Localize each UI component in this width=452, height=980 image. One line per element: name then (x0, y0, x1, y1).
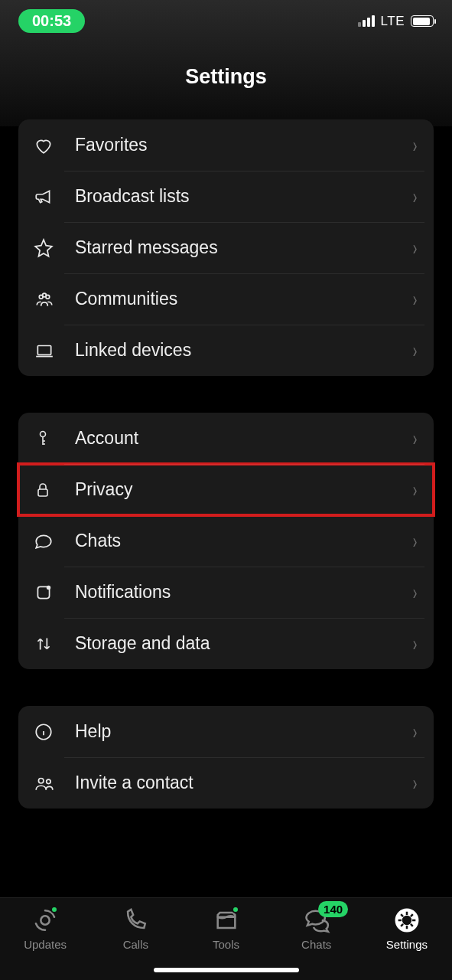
chat-bubble-icon (34, 531, 64, 551)
row-account[interactable]: Account › (18, 413, 434, 464)
row-broadcast[interactable]: Broadcast lists › (18, 171, 434, 222)
network-label: LTE (381, 14, 405, 29)
chevron-right-icon: › (413, 338, 418, 363)
chevron-right-icon: › (413, 426, 418, 451)
status-right: LTE (358, 14, 434, 29)
tab-settings[interactable]: Settings (362, 907, 452, 951)
row-label: Communities (75, 289, 411, 309)
row-communities[interactable]: Communities › (18, 273, 434, 325)
lock-icon (34, 480, 64, 500)
svg-point-10 (47, 779, 50, 783)
tab-label: Tools (213, 938, 239, 951)
svg-rect-5 (38, 489, 47, 496)
row-linked-devices[interactable]: Linked devices › (18, 325, 434, 376)
chevron-right-icon: › (413, 580, 418, 605)
row-label: Favorites (75, 135, 411, 155)
row-label: Privacy (75, 479, 411, 500)
arrows-up-down-icon (34, 634, 64, 654)
chevron-right-icon: › (413, 287, 418, 312)
svg-point-9 (38, 778, 44, 783)
key-icon (34, 429, 64, 449)
settings-group-general: Favorites › Broadcast lists › Starred me… (18, 119, 434, 376)
laptop-icon (34, 341, 64, 361)
tab-chats[interactable]: 140 Chats (272, 907, 362, 951)
row-label: Linked devices (75, 340, 411, 361)
row-help[interactable]: Help › (18, 706, 434, 757)
chevron-right-icon: › (413, 632, 418, 656)
chevron-right-icon: › (413, 771, 418, 795)
row-privacy[interactable]: Privacy › (18, 464, 434, 515)
row-notifications[interactable]: Notifications › (18, 567, 434, 618)
row-storage[interactable]: Storage and data › (18, 618, 434, 669)
notification-icon (34, 583, 64, 603)
chevron-right-icon: › (413, 133, 418, 158)
row-label: Help (75, 721, 411, 742)
tab-calls[interactable]: Calls (90, 907, 180, 951)
home-indicator (154, 968, 299, 972)
svg-point-11 (41, 916, 49, 924)
tab-label: Updates (24, 938, 67, 951)
contacts-icon (34, 773, 64, 793)
badge-count: 140 (318, 901, 348, 917)
info-icon (34, 722, 64, 742)
chevron-right-icon: › (413, 236, 418, 260)
svg-point-4 (41, 431, 46, 436)
svg-point-13 (403, 916, 411, 924)
dot-indicator (232, 906, 239, 913)
row-invite[interactable]: Invite a contact › (18, 757, 434, 808)
row-label: Starred messages (75, 237, 411, 258)
row-label: Chats (75, 531, 411, 551)
row-label: Broadcast lists (75, 186, 411, 207)
megaphone-icon (34, 187, 64, 207)
chevron-right-icon: › (413, 478, 418, 502)
chevron-right-icon: › (413, 529, 418, 554)
tab-updates[interactable]: Updates (0, 907, 90, 951)
row-label: Invite a contact (75, 773, 411, 793)
svg-point-2 (43, 293, 47, 297)
tab-label: Chats (301, 938, 331, 951)
row-favorites[interactable]: Favorites › (18, 119, 434, 171)
svg-point-7 (47, 585, 50, 589)
row-label: Account (75, 428, 411, 449)
tab-label: Settings (386, 938, 428, 951)
status-time-pill: 00:53 (18, 9, 85, 33)
star-icon (34, 238, 64, 258)
tab-tools[interactable]: Tools (180, 907, 271, 951)
people-icon (34, 289, 64, 309)
row-label: Notifications (75, 582, 411, 603)
settings-group-help: Help › Invite a contact › (18, 706, 434, 808)
row-starred[interactable]: Starred messages › (18, 222, 434, 273)
heart-icon (34, 136, 64, 155)
chevron-right-icon: › (413, 185, 418, 209)
signal-icon (358, 15, 375, 27)
row-chats[interactable]: Chats › (18, 515, 434, 567)
settings-group-account: Account › Privacy › Chats › Notification… (18, 413, 434, 669)
battery-icon (411, 15, 434, 27)
page-title: Settings (0, 65, 452, 89)
status-bar: 00:53 LTE (0, 0, 452, 42)
row-label: Storage and data (75, 633, 411, 654)
svg-rect-3 (37, 345, 50, 354)
tab-label: Calls (123, 938, 148, 951)
chevron-right-icon: › (413, 720, 418, 744)
